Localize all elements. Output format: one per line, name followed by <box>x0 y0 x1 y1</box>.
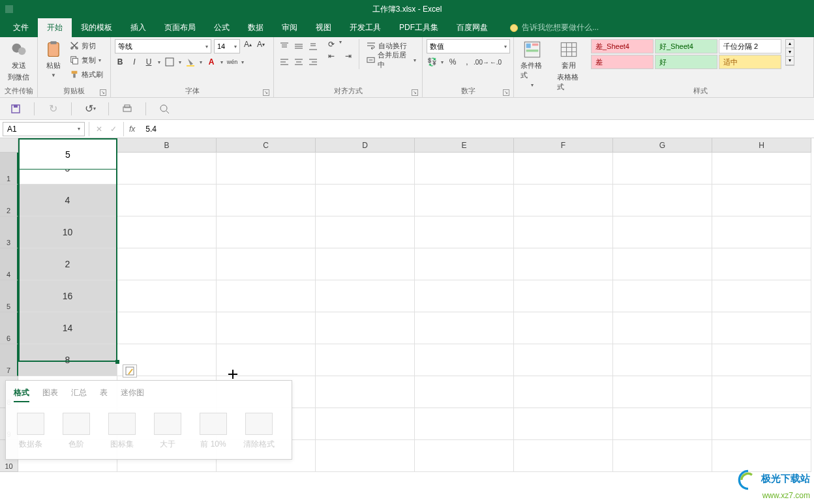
active-cell[interactable]: 5 <box>19 139 117 170</box>
qa-tab-table[interactable]: 表 <box>100 387 108 402</box>
dialog-launcher-icon[interactable]: ↘ <box>263 89 269 96</box>
style-thousand[interactable]: 千位分隔 2 <box>719 39 781 53</box>
tab-formula[interactable]: 公式 <box>205 18 239 37</box>
cell-C1[interactable] <box>217 153 316 185</box>
cell-H4[interactable] <box>712 248 811 280</box>
cell-G7[interactable] <box>613 344 712 376</box>
align-top-button[interactable] <box>278 39 291 53</box>
cell-E2[interactable] <box>415 185 514 216</box>
col-header-C[interactable]: C <box>217 138 316 153</box>
align-center-button[interactable] <box>292 55 305 69</box>
cut-button[interactable]: 剪切 <box>68 39 105 52</box>
comma-button[interactable]: , <box>462 57 472 67</box>
increase-font-button[interactable]: A▴ <box>243 39 253 50</box>
cell-D4[interactable] <box>316 248 415 280</box>
cell-F6[interactable] <box>514 312 613 344</box>
tab-templates[interactable]: 我的模板 <box>72 18 121 37</box>
cell-E1[interactable] <box>415 153 514 185</box>
dialog-launcher-icon[interactable]: ↘ <box>503 89 509 96</box>
tab-home[interactable]: 开始 <box>38 18 72 37</box>
paste-button[interactable]: 粘贴 ▼ <box>42 39 65 80</box>
orientation-button[interactable]: ⟳ <box>326 39 337 50</box>
cell-F9[interactable] <box>514 408 613 440</box>
qa-item[interactable]: 清除格式 <box>242 413 276 450</box>
cell-H1[interactable] <box>712 153 811 185</box>
cell-B2[interactable] <box>117 185 217 216</box>
phonetic-button[interactable]: wén <box>227 57 237 67</box>
row-header-3[interactable]: 3 <box>0 216 18 248</box>
cell-G9[interactable] <box>613 408 712 440</box>
tab-review[interactable]: 审阅 <box>273 18 307 37</box>
cell-E8[interactable] <box>415 376 514 408</box>
tab-view[interactable]: 视图 <box>307 18 340 37</box>
qa-item[interactable]: 色阶 <box>59 413 93 450</box>
cell-B1[interactable] <box>117 153 217 185</box>
tab-pdf[interactable]: PDF工具集 <box>390 18 447 37</box>
qa-item[interactable]: 前 10% <box>196 413 230 450</box>
cell-B6[interactable] <box>117 312 217 344</box>
cell-G3[interactable] <box>613 216 712 248</box>
cell-F5[interactable] <box>514 280 613 312</box>
cell-E3[interactable] <box>415 216 514 248</box>
cell-G1[interactable] <box>613 153 712 185</box>
print-preview-button[interactable] <box>121 102 134 115</box>
col-header-B[interactable]: B <box>117 138 217 153</box>
col-header-H[interactable]: H <box>712 138 811 153</box>
cell-D3[interactable] <box>316 216 415 248</box>
qa-item[interactable]: 大于 <box>151 413 185 450</box>
cell-C3[interactable] <box>217 216 316 248</box>
cell-B4[interactable] <box>117 248 217 280</box>
tab-baidu[interactable]: 百度网盘 <box>447 18 497 37</box>
tab-data[interactable]: 数据 <box>239 18 273 37</box>
percent-button[interactable]: % <box>447 57 458 67</box>
tab-dev[interactable]: 开发工具 <box>340 18 390 37</box>
cell-H2[interactable] <box>712 185 811 216</box>
cell-H6[interactable] <box>712 312 811 344</box>
cell-E7[interactable] <box>415 344 514 376</box>
cell-D2[interactable] <box>316 185 415 216</box>
cell-H7[interactable] <box>712 344 811 376</box>
cell-C4[interactable] <box>217 248 316 280</box>
conditional-format-button[interactable]: 条件格式▾ <box>518 39 547 89</box>
cell-F2[interactable] <box>514 185 613 216</box>
col-header-G[interactable]: G <box>613 138 712 153</box>
style-bad[interactable]: 差 <box>591 55 654 69</box>
cell-F10[interactable] <box>514 440 613 472</box>
cell-D10[interactable] <box>316 440 415 472</box>
fx-icon[interactable]: fx <box>124 125 140 134</box>
cell-G10[interactable] <box>613 440 712 472</box>
cell-A7[interactable]: 8 <box>18 344 117 376</box>
row-header-2[interactable]: 2 <box>0 185 18 216</box>
cell-F7[interactable] <box>514 344 613 376</box>
style-bad-sheet4[interactable]: 差_Sheet4 <box>591 39 654 53</box>
tell-me[interactable]: 告诉我您想要做什么... <box>510 22 599 33</box>
format-painter-button[interactable]: 格式刷 <box>68 68 105 81</box>
cell-A6[interactable]: 14 <box>18 312 117 344</box>
zoom-button[interactable] <box>158 102 171 115</box>
col-header-D[interactable]: D <box>316 138 415 153</box>
cell-C2[interactable] <box>217 185 316 216</box>
col-header-F[interactable]: F <box>514 138 613 153</box>
qa-tab-sum[interactable]: 汇总 <box>71 387 87 402</box>
row-header-7[interactable]: 7 <box>0 344 18 376</box>
redo-button[interactable]: ↻ <box>46 102 59 115</box>
cell-C6[interactable] <box>217 312 316 344</box>
bold-button[interactable]: B <box>115 57 125 67</box>
row-header-5[interactable]: 5 <box>0 280 18 312</box>
row-header-4[interactable]: 4 <box>0 248 18 280</box>
cell-A3[interactable]: 10 <box>18 216 117 248</box>
cell-E10[interactable] <box>415 440 514 472</box>
row-header-6[interactable]: 6 <box>0 312 18 344</box>
cell-E6[interactable] <box>415 312 514 344</box>
accounting-format-button[interactable]: 💱 <box>427 57 437 67</box>
dialog-launcher-icon[interactable]: ↘ <box>100 89 106 96</box>
decrease-indent-button[interactable]: ⇤ <box>326 51 337 61</box>
cell-F3[interactable] <box>514 216 613 248</box>
font-name-combo[interactable]: 等线▾ <box>115 39 211 53</box>
cell-D9[interactable] <box>316 408 415 440</box>
quick-analysis-panel[interactable]: 格式 图表 汇总 表 迷你图 数据条色阶图标集大于前 10%清除格式 <box>5 380 292 460</box>
cell-F8[interactable] <box>514 376 613 408</box>
italic-button[interactable]: I <box>129 57 140 67</box>
cell-D5[interactable] <box>316 280 415 312</box>
cell-D6[interactable] <box>316 312 415 344</box>
